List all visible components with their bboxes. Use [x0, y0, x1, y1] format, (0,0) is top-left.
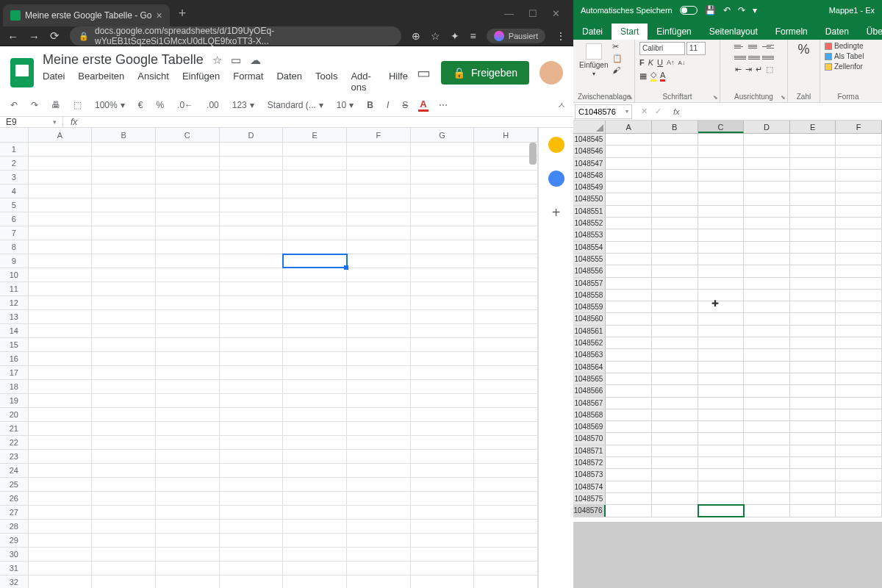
row-header[interactable]: 1048574: [573, 481, 606, 492]
cell[interactable]: [156, 171, 220, 184]
cell[interactable]: [744, 362, 790, 373]
cell[interactable]: [347, 282, 411, 295]
cell[interactable]: [790, 313, 836, 324]
row-header[interactable]: 12: [0, 296, 29, 309]
cell[interactable]: [347, 562, 411, 575]
cell[interactable]: [698, 481, 745, 492]
cell[interactable]: [411, 212, 475, 226]
alignment-grid[interactable]: [734, 42, 774, 62]
cell[interactable]: [220, 240, 284, 254]
cell[interactable]: [606, 493, 652, 504]
cell[interactable]: [220, 450, 284, 463]
row-header[interactable]: 1048561: [573, 326, 606, 337]
cell[interactable]: [474, 366, 538, 379]
cell[interactable]: [283, 212, 347, 226]
cell[interactable]: [347, 408, 411, 421]
cell[interactable]: [698, 373, 745, 384]
wrap-text-icon[interactable]: ↵: [756, 65, 762, 74]
cell[interactable]: [474, 352, 538, 365]
column-header[interactable]: E: [283, 128, 347, 142]
cell[interactable]: [836, 206, 882, 217]
menu-ansicht[interactable]: Ansicht: [137, 71, 169, 93]
paste-button[interactable]: Einfügen ▾: [578, 42, 609, 79]
cell[interactable]: [698, 290, 745, 301]
address-bar[interactable]: 🔒 docs.google.com/spreadsheets/d/1D9UyOE…: [70, 26, 401, 46]
cell[interactable]: [606, 290, 652, 301]
undo-icon[interactable]: ↶: [723, 5, 731, 15]
cell[interactable]: [606, 265, 652, 276]
cell[interactable]: [347, 226, 411, 240]
cell[interactable]: [836, 337, 882, 348]
cell[interactable]: [606, 134, 652, 145]
cell[interactable]: [92, 408, 156, 421]
row-header[interactable]: 4: [0, 184, 29, 198]
cell[interactable]: [283, 157, 347, 170]
cell[interactable]: [347, 422, 411, 435]
cell[interactable]: [744, 326, 790, 337]
cell[interactable]: [606, 313, 652, 324]
cell[interactable]: [698, 301, 745, 312]
autosave-toggle[interactable]: [680, 6, 698, 15]
cell[interactable]: [606, 193, 652, 204]
decrease-indent-icon[interactable]: ⇤: [735, 65, 742, 74]
cell[interactable]: [283, 380, 347, 393]
cell[interactable]: [220, 492, 284, 505]
cell[interactable]: [744, 385, 790, 396]
cell[interactable]: [698, 206, 745, 217]
cell[interactable]: [606, 362, 652, 373]
cell[interactable]: [836, 457, 882, 468]
cell[interactable]: [156, 562, 220, 575]
increase-decimal-button[interactable]: .00: [204, 97, 222, 113]
cell[interactable]: [790, 265, 836, 276]
cell[interactable]: [790, 409, 836, 420]
cell[interactable]: [411, 338, 475, 351]
cell[interactable]: [836, 409, 882, 420]
cell[interactable]: [347, 366, 411, 379]
cell[interactable]: [698, 505, 745, 516]
cell[interactable]: [29, 143, 93, 156]
tasks-icon[interactable]: [548, 171, 564, 187]
cell[interactable]: [220, 157, 284, 170]
cell[interactable]: [698, 182, 745, 193]
cell[interactable]: [652, 290, 698, 301]
qat-dropdown-icon[interactable]: ▾: [753, 5, 757, 15]
new-tab-button[interactable]: +: [170, 6, 196, 21]
cell[interactable]: [29, 352, 93, 365]
cell[interactable]: [606, 505, 652, 516]
cell[interactable]: [92, 240, 156, 254]
cell[interactable]: [347, 157, 411, 170]
cell[interactable]: [156, 268, 220, 282]
cell[interactable]: [744, 278, 790, 289]
cell[interactable]: [156, 394, 220, 407]
cell[interactable]: [474, 576, 538, 588]
cell[interactable]: [347, 143, 411, 156]
cell[interactable]: [29, 240, 93, 254]
font-launcher-icon[interactable]: ⬊: [713, 94, 718, 101]
cell[interactable]: [220, 366, 284, 379]
vertical-scrollbar[interactable]: [529, 143, 537, 165]
cell[interactable]: [836, 373, 882, 384]
cell[interactable]: [698, 218, 745, 229]
cell[interactable]: [347, 296, 411, 309]
redo-icon[interactable]: ↷: [738, 5, 745, 15]
cell[interactable]: [283, 394, 347, 407]
column-header[interactable]: D: [220, 128, 284, 142]
row-header[interactable]: 10: [0, 268, 29, 282]
cell[interactable]: [92, 436, 156, 449]
cell[interactable]: [92, 394, 156, 407]
cell[interactable]: [156, 352, 220, 365]
percent-button[interactable]: %: [153, 97, 167, 113]
cell[interactable]: [744, 398, 790, 409]
cell[interactable]: [283, 171, 347, 184]
cell[interactable]: [29, 212, 93, 226]
cell[interactable]: [92, 171, 156, 184]
column-header[interactable]: D: [744, 121, 790, 133]
increase-indent-icon[interactable]: ⇥: [745, 65, 752, 74]
row-header[interactable]: 28: [0, 520, 29, 533]
cell[interactable]: [92, 422, 156, 435]
cell[interactable]: [698, 146, 745, 157]
comments-icon[interactable]: ▭: [417, 64, 431, 82]
cell[interactable]: [156, 464, 220, 477]
row-header[interactable]: 1048567: [573, 398, 606, 409]
reload-icon[interactable]: ⟳: [50, 29, 60, 43]
